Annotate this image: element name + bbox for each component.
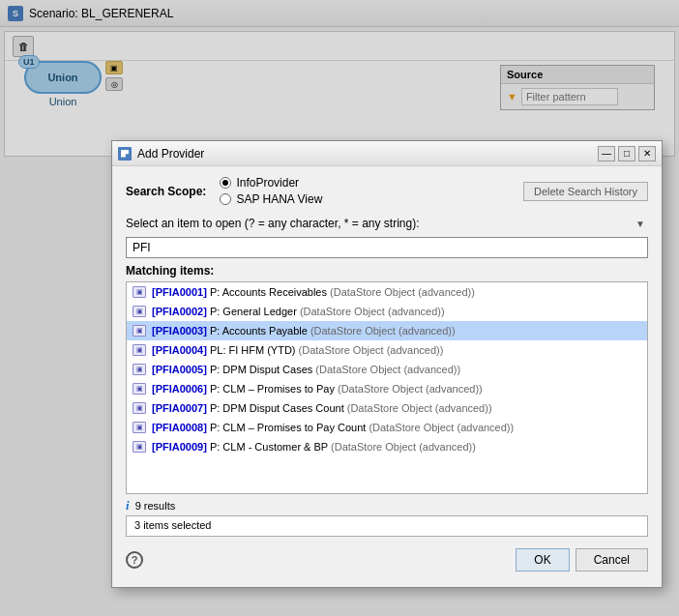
search-scope-row: Search Scope: InfoProvider SAP HANA View — [126, 176, 648, 206]
matching-items-label: Matching items: — [126, 264, 648, 278]
result-item-icon: ▣ — [133, 325, 146, 337]
modal-title-bar: Add Provider — □ ✕ — [112, 141, 662, 166]
modal-body: Search Scope: InfoProvider SAP HANA View — [112, 166, 662, 587]
modal-overlay: Add Provider — □ ✕ Search Scope: — [0, 0, 679, 616]
radio-group: InfoProvider SAP HANA View — [220, 176, 322, 206]
close-btn[interactable]: ✕ — [638, 146, 656, 161]
result-item[interactable]: ▣[PFIA0001] P: Accounts Receivables (Dat… — [127, 282, 647, 302]
help-button[interactable]: ? — [126, 551, 143, 569]
result-item-text: [PFIA0006] P: CLM – Promises to Pay (Dat… — [152, 383, 483, 395]
radio-saphana-btn[interactable] — [220, 193, 231, 205]
dialog-icon — [118, 147, 132, 161]
modal-bottom-row: ? OK Cancel — [126, 544, 648, 577]
radio-saphana[interactable]: SAP HANA View — [220, 192, 322, 206]
select-item-row: Select an item to open (? = any characte… — [126, 216, 648, 231]
results-list[interactable]: ▣[PFIA0001] P: Accounts Receivables (Dat… — [126, 281, 648, 494]
result-item-text: [PFIA0004] PL: FI HFM (YTD) (DataStore O… — [152, 344, 443, 356]
modal-title-left: Add Provider — [118, 147, 204, 161]
history-dropdown-btn[interactable]: ▼ — [633, 216, 648, 231]
add-provider-dialog: Add Provider — □ ✕ Search Scope: — [111, 140, 663, 588]
search-input-row — [126, 237, 648, 258]
ok-button[interactable]: OK — [516, 548, 569, 572]
select-item-label: Select an item to open (? = any characte… — [126, 217, 420, 230]
radio-infoprovider-label: InfoProvider — [236, 176, 299, 190]
result-item-text: [PFIA0007] P: DPM Disput Cases Count (Da… — [152, 402, 492, 414]
radio-saphana-label: SAP HANA View — [236, 192, 322, 206]
result-item-icon: ▣ — [133, 383, 146, 395]
cancel-button[interactable]: Cancel — [576, 548, 648, 572]
result-item[interactable]: ▣[PFIA0003] P: Accounts Payable (DataSto… — [127, 321, 647, 340]
results-count: 9 results — [135, 500, 176, 512]
result-item-icon: ▣ — [133, 306, 146, 317]
search-scope-label: Search Scope: — [126, 185, 206, 198]
maximize-btn[interactable]: □ — [618, 146, 635, 161]
bottom-buttons: OK Cancel — [516, 548, 648, 572]
result-item[interactable]: ▣[PFIA0002] P: General Ledger (DataStore… — [127, 302, 647, 321]
result-item-text: [PFIA0001] P: Accounts Receivables (Data… — [152, 286, 475, 298]
dialog-title: Add Provider — [137, 147, 204, 161]
radio-infoprovider-btn[interactable] — [220, 177, 231, 189]
result-item-text: [PFIA0009] P: CLM - Customer & BP (DataS… — [152, 441, 476, 453]
result-item[interactable]: ▣[PFIA0008] P: CLM – Promises to Pay Cou… — [127, 418, 647, 437]
result-item[interactable]: ▣[PFIA0006] P: CLM – Promises to Pay (Da… — [127, 379, 647, 398]
result-item-text: [PFIA0005] P: DPM Disput Cases (DataStor… — [152, 364, 460, 375]
minimize-btn[interactable]: — — [598, 146, 615, 161]
modal-controls: — □ ✕ — [598, 146, 656, 161]
result-item[interactable]: ▣[PFIA0005] P: DPM Disput Cases (DataSto… — [127, 360, 647, 379]
result-item-text: [PFIA0003] P: Accounts Payable (DataStor… — [152, 325, 456, 337]
result-item[interactable]: ▣[PFIA0004] PL: FI HFM (YTD) (DataStore … — [127, 340, 647, 360]
result-item-icon: ▣ — [133, 344, 146, 356]
result-item-icon: ▣ — [133, 441, 146, 453]
result-item-icon: ▣ — [133, 364, 146, 375]
search-scope-left: Search Scope: InfoProvider SAP HANA View — [126, 176, 322, 206]
result-item-text: [PFIA0002] P: General Ledger (DataStore … — [152, 306, 445, 317]
delete-search-history-button[interactable]: Delete Search History — [523, 182, 648, 201]
radio-infoprovider[interactable]: InfoProvider — [220, 176, 322, 190]
result-item[interactable]: ▣[PFIA0009] P: CLM - Customer & BP (Data… — [127, 437, 647, 456]
results-count-row: i 9 results — [126, 494, 648, 515]
info-icon: i — [126, 498, 130, 513]
status-bar: 3 items selected — [126, 515, 648, 537]
result-item-text: [PFIA0008] P: CLM – Promises to Pay Coun… — [152, 422, 514, 433]
result-item-icon: ▣ — [133, 402, 146, 414]
result-item-icon: ▣ — [133, 422, 146, 433]
main-window: S Scenario: BL_GERENERAL 🗑 U1 Union ▣ ◎ … — [0, 0, 679, 616]
search-input[interactable] — [126, 237, 648, 258]
result-item-icon: ▣ — [133, 286, 146, 298]
result-item[interactable]: ▣[PFIA0007] P: DPM Disput Cases Count (D… — [127, 398, 647, 418]
